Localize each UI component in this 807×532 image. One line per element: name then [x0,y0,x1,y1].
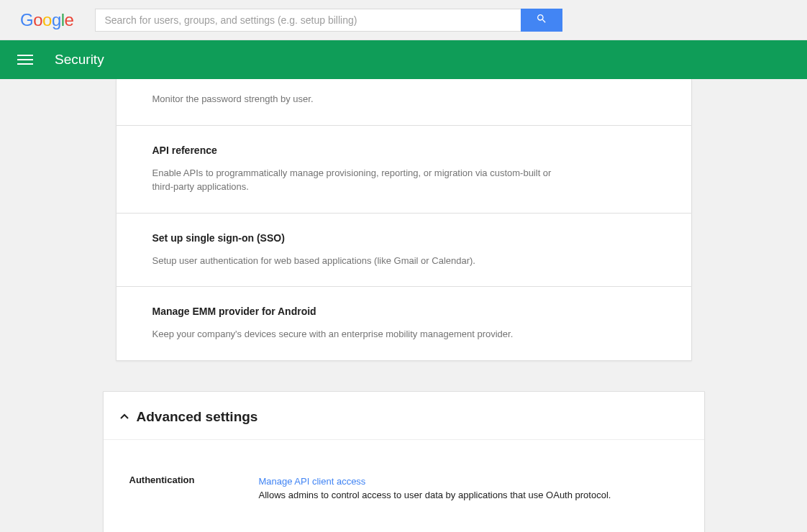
card-body: Set up single sign-on (SSO) Setup user a… [117,214,691,287]
logo-char: G [20,10,33,30]
search-input[interactable] [95,9,521,32]
manage-api-client-access-link[interactable]: Manage API client access [259,476,366,487]
search-bar [95,9,562,32]
authentication-description: Allows admins to control access to user … [259,490,611,500]
authentication-label: Authentication [129,474,216,503]
google-logo[interactable]: G o o g l e [20,10,73,30]
search-icon [536,13,547,27]
advanced-settings-heading: Advanced settings [137,409,258,425]
advanced-settings-card: Advanced settings Authentication Manage … [103,391,705,533]
menu-button[interactable] [17,52,33,68]
logo-char: g [52,10,61,30]
authentication-content: Manage API client access Allows admins t… [259,474,611,503]
settings-card-emm-android[interactable]: Manage EMM provider for Android Keep you… [116,287,692,361]
hamburger-icon [17,59,33,60]
settings-card-sso[interactable]: Set up single sign-on (SSO) Setup user a… [116,214,692,288]
advanced-settings-toggle[interactable]: Advanced settings [104,392,704,440]
card-title: Set up single sign-on (SSO) [152,232,655,244]
card-description: Setup user authentication for web based … [152,254,555,268]
card-title: Manage EMM provider for Android [152,306,655,317]
page-title: Security [55,52,104,68]
logo-char: o [42,10,52,30]
security-settings-list: Monitor the password strength by user. A… [116,79,692,361]
hamburger-icon [17,55,33,56]
hamburger-icon [17,63,33,65]
card-description: Monitor the password strength by user. [152,92,555,106]
card-description: Enable APIs to programmatically manage p… [152,166,555,194]
card-body: API reference Enable APIs to programmati… [117,126,691,213]
logo-char: o [33,10,42,30]
card-body: Monitor the password strength by user. [117,79,691,125]
logo-char: e [65,10,74,30]
advanced-settings-body: Authentication Manage API client access … [104,440,704,533]
chevron-up-icon [119,412,129,422]
nav-bar: Security [0,40,807,79]
settings-card-password-monitoring[interactable]: Monitor the password strength by user. [116,79,692,126]
card-title: API reference [152,145,655,156]
card-body: Manage EMM provider for Android Keep you… [117,287,691,360]
search-button[interactable] [521,9,562,32]
settings-card-api-reference[interactable]: API reference Enable APIs to programmati… [116,126,692,214]
content-area: Monitor the password strength by user. A… [0,79,807,532]
card-description: Keep your company's devices secure with … [152,327,555,341]
top-header: G o o g l e [0,0,807,40]
